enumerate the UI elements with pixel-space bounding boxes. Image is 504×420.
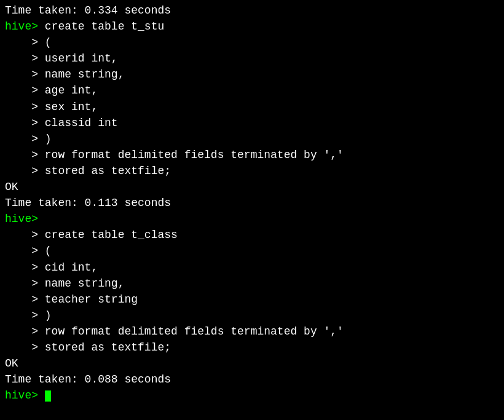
terminal-line: Time taken: 0.088 seconds	[5, 371, 499, 387]
terminal-text: > age int,	[5, 84, 98, 97]
terminal-line: hive> create table t_stu	[5, 18, 499, 34]
terminal-text: > (	[5, 36, 52, 49]
terminal-text: > teacher string	[5, 293, 138, 306]
terminal-text: OK	[5, 357, 18, 370]
terminal-line: > row format delimited fields terminated…	[5, 323, 499, 339]
terminal-cursor	[45, 390, 51, 402]
terminal-text: > stored as textfile;	[5, 341, 171, 354]
terminal-text: hive>	[5, 20, 45, 33]
terminal-text: > sex int,	[5, 101, 98, 113]
terminal-line: > )	[5, 131, 499, 147]
terminal-text: > name string,	[5, 277, 124, 290]
terminal-text: > )	[5, 133, 52, 145]
terminal-line: > name string,	[5, 275, 499, 291]
terminal-text: > cid int,	[5, 261, 98, 274]
terminal-window[interactable]: Time taken: 0.334 secondshive> create ta…	[0, 0, 504, 420]
terminal-line: > sex int,	[5, 99, 499, 115]
terminal-text: Time taken: 0.113 seconds	[5, 197, 171, 209]
terminal-line: Time taken: 0.334 seconds	[5, 2, 499, 18]
terminal-line: > cid int,	[5, 260, 499, 275]
terminal-text: > userid int,	[5, 52, 118, 65]
terminal-line: hive>	[5, 387, 499, 403]
terminal-text: > name string,	[5, 68, 124, 81]
terminal-line: Time taken: 0.113 seconds	[5, 195, 499, 211]
terminal-line: > row format delimited fields terminated…	[5, 147, 499, 163]
terminal-line: > name string,	[5, 66, 499, 82]
terminal-line: > (	[5, 34, 499, 50]
terminal-text: > row format delimited fields terminated…	[5, 149, 344, 161]
terminal-line: > age int,	[5, 82, 499, 98]
terminal-text: > stored as textfile;	[5, 165, 171, 177]
terminal-line: OK	[5, 179, 499, 195]
terminal-line: > userid int,	[5, 50, 499, 66]
terminal-text: Time taken: 0.088 seconds	[5, 373, 171, 386]
terminal-line: OK	[5, 355, 499, 371]
terminal-line: > stored as textfile;	[5, 163, 499, 179]
terminal-text: hive>	[5, 213, 45, 225]
terminal-text: create table t_stu	[45, 20, 164, 33]
terminal-text: > classid int	[5, 117, 118, 129]
terminal-text: Time taken: 0.334 seconds	[5, 4, 171, 17]
terminal-line: > classid int	[5, 115, 499, 131]
terminal-line: > (	[5, 243, 499, 259]
terminal-line: > )	[5, 307, 499, 323]
terminal-line: > teacher string	[5, 291, 499, 307]
terminal-line: > stored as textfile;	[5, 339, 499, 355]
terminal-line: hive>	[5, 211, 499, 227]
terminal-text: > row format delimited fields terminated…	[5, 325, 344, 338]
terminal-text: > (	[5, 245, 52, 257]
terminal-text: OK	[5, 181, 18, 193]
terminal-text: > )	[5, 309, 52, 322]
terminal-line: > create table t_class	[5, 227, 499, 243]
terminal-text: > create table t_class	[5, 229, 178, 241]
terminal-text: hive>	[5, 389, 45, 402]
